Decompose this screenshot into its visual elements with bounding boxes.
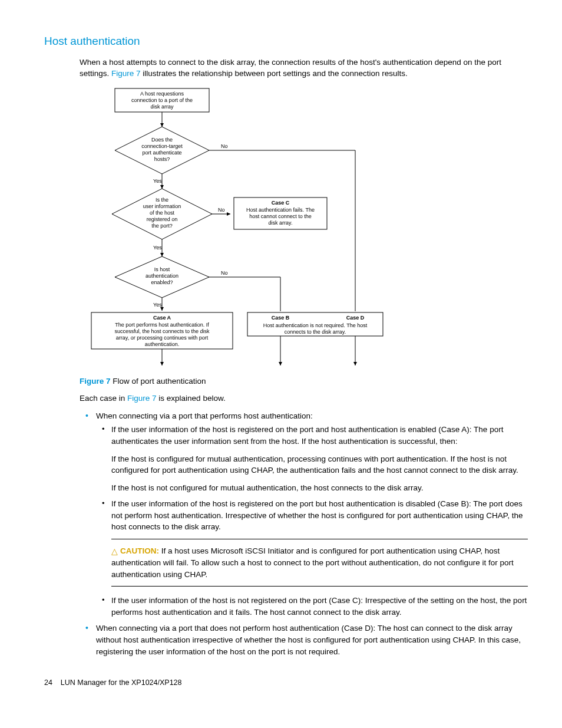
flow-dec3-l1: Is host	[154, 266, 170, 272]
figure-link[interactable]: Figure 7	[111, 69, 141, 78]
bullet-1-intro: When connecting via a port that performs…	[96, 411, 313, 420]
flow-caseA-l3: array, or processing continues with port	[116, 335, 209, 341]
flow-dec1-l3: port authenticate	[142, 150, 181, 156]
list-item: When connecting via a port that performs…	[80, 410, 528, 618]
footer-title: LUN Manager for the XP1024/XP128	[61, 678, 182, 687]
flow-caseA-l4: authentication.	[145, 341, 180, 347]
bullet-1b: If the user information of the host is r…	[111, 499, 523, 531]
caution-text: If a host uses Microsoft iSCSI Initiator…	[111, 546, 514, 579]
flow-caseBD-l2: connects to the disk array.	[285, 329, 346, 335]
flow-dec2-l1: Is the	[156, 197, 168, 203]
flow-dec3-l3: enabled?	[151, 279, 173, 285]
flow-no-3: No	[221, 270, 228, 276]
bullet-1a-p3: If the host is not configured for mutual…	[111, 482, 528, 494]
section-heading: Host authentication	[44, 33, 528, 50]
list-item: If the user information of the host is r…	[96, 424, 528, 493]
caution-box: △CAUTION: If a host uses Microsoft iSCSI…	[111, 539, 528, 587]
flow-caseC-l2: host cannot connect to the	[249, 213, 312, 219]
flow-dec1-l2: connection-target	[141, 143, 183, 149]
flow-caseA-l1: The port performs host authentication. I…	[115, 322, 209, 328]
eachcase-pre: Each case in	[80, 394, 127, 403]
flow-caseA-l2: successful, the host connects to the dis…	[114, 328, 210, 334]
intro-paragraph: When a host attempts to connect to the d…	[80, 57, 528, 80]
flow-dec2-l2: user information	[143, 203, 181, 209]
list-item: When connecting via a port that does not…	[80, 622, 528, 657]
bullet-2: When connecting via a port that does not…	[96, 624, 521, 655]
figure-caption: Figure 7 Flow of port authentication	[80, 375, 528, 387]
flow-start-l3: disk array	[150, 104, 174, 110]
flow-yes-2: Yes	[153, 245, 162, 251]
flow-dec1-l4: hosts?	[154, 156, 170, 162]
flowchart-figure: A host requestions connection to a port …	[80, 85, 528, 371]
flow-caseD-title: Case D	[346, 315, 365, 321]
bullet-1a-p2: If the host is configured for mutual aut…	[111, 453, 528, 476]
figure-link-2[interactable]: Figure 7	[127, 394, 157, 403]
caution-label: CAUTION:	[120, 546, 159, 555]
each-case-paragraph: Each case in Figure 7 is explained below…	[80, 393, 528, 404]
flow-dec1-l1: Does the	[151, 137, 173, 143]
figure-label: Figure 7	[80, 377, 111, 386]
flow-caseC-l3: disk array.	[269, 220, 293, 226]
flow-dec2-l3: of the host	[150, 210, 175, 216]
flow-caseB-title: Case B	[272, 315, 290, 321]
eachcase-post: is explained below.	[157, 394, 226, 403]
flow-yes-1: Yes	[153, 178, 162, 184]
figure-caption-text: Flow of port authentication	[111, 377, 206, 386]
bullet-1a-p1: If the user information of the host is r…	[111, 424, 528, 447]
flow-caseA-title: Case A	[153, 315, 171, 321]
flow-no-1: No	[221, 143, 228, 149]
flow-start-l1: A host requestions	[140, 91, 184, 97]
flow-start-l2: connection to a port of the	[131, 97, 193, 103]
flow-caseC-l1: Host authentication fails. The	[246, 207, 315, 213]
flow-dec2-l4: registered on	[147, 216, 178, 222]
flow-caseC-title: Case C	[272, 200, 290, 206]
list-item: If the user information of the host is n…	[96, 595, 528, 618]
flow-dec3-l2: authentication	[146, 273, 178, 279]
flow-yes-3: Yes	[153, 302, 162, 308]
caution-icon: △	[111, 545, 118, 557]
intro-text-post: illustrates the relationship between por…	[141, 69, 408, 78]
bullet-1c: If the user information of the host is n…	[111, 596, 527, 617]
footer-page-number: 24	[44, 678, 52, 687]
list-item: If the user information of the host is r…	[96, 498, 528, 533]
flow-caseBD-l1: Host authentication is not required. The…	[263, 322, 368, 328]
flow-dec2-l5: the port?	[151, 223, 173, 229]
page-footer: 24 LUN Manager for the XP1024/XP128	[44, 677, 528, 688]
flow-no-2: No	[218, 207, 225, 213]
